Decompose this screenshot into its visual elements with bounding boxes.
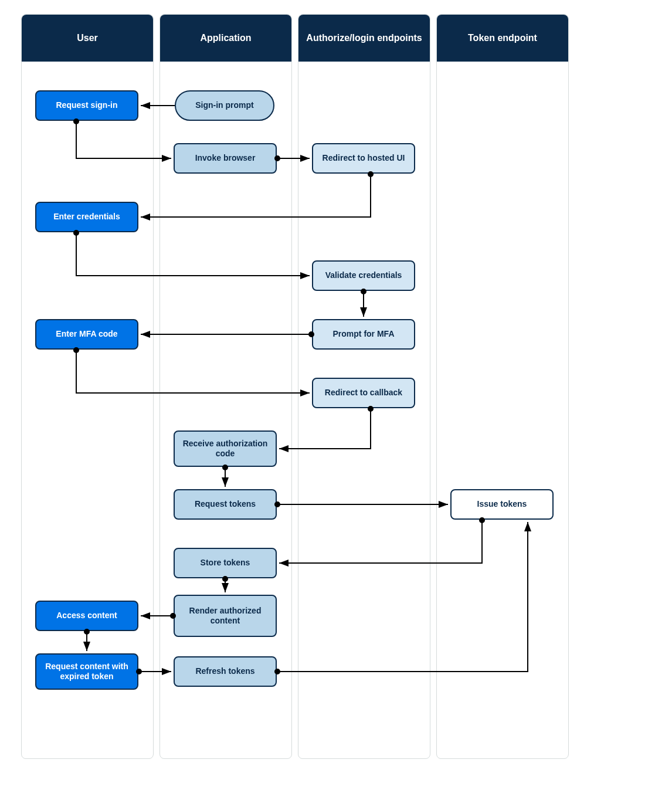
- node-label: Request sign-in: [56, 100, 117, 111]
- node-validate-credentials: Validate credentials: [312, 260, 415, 291]
- lane-header-app: Application: [160, 15, 291, 62]
- node-render-content: Render authorized content: [174, 595, 277, 637]
- flow-diagram: User Application Authorize/login endpoin…: [0, 0, 672, 800]
- lane-title: Authorize/login endpoints: [306, 33, 422, 43]
- lane-title: Token endpoint: [468, 33, 537, 43]
- node-label: Render authorized content: [178, 606, 272, 626]
- node-invoke-browser: Invoke browser: [174, 143, 277, 174]
- node-refresh-tokens: Refresh tokens: [174, 656, 277, 687]
- node-label: Receive authorization code: [178, 439, 272, 459]
- node-prompt-mfa: Prompt for MFA: [312, 319, 415, 350]
- node-receive-authz: Receive authorization code: [174, 430, 277, 467]
- lane-header-auth: Authorize/login endpoints: [298, 15, 430, 62]
- node-access-content: Access content: [35, 601, 138, 631]
- node-label: Issue tokens: [477, 499, 527, 510]
- node-label: Request tokens: [195, 499, 256, 510]
- node-label: Redirect to callback: [325, 388, 402, 398]
- lane-title: Application: [200, 33, 251, 43]
- node-enter-credentials: Enter credentials: [35, 202, 138, 232]
- node-enter-mfa: Enter MFA code: [35, 319, 138, 350]
- node-label: Validate credentials: [325, 270, 402, 281]
- node-issue-tokens: Issue tokens: [450, 489, 554, 520]
- lane-title: User: [77, 33, 98, 43]
- lane-user: User: [21, 14, 154, 759]
- node-label: Invoke browser: [195, 153, 256, 164]
- node-store-tokens: Store tokens: [174, 548, 277, 578]
- lane-header-token: Token endpoint: [437, 15, 568, 62]
- lane-app: Application: [159, 14, 292, 759]
- node-request-signin: Request sign-in: [35, 90, 138, 121]
- node-label: Refresh tokens: [195, 666, 254, 677]
- node-label: Enter MFA code: [56, 329, 117, 340]
- node-label: Sign-in prompt: [195, 100, 254, 111]
- lane-header-user: User: [22, 15, 153, 62]
- node-redirect-hosted: Redirect to hosted UI: [312, 143, 415, 174]
- node-signin-prompt: Sign-in prompt: [175, 90, 274, 121]
- lane-token: Token endpoint: [436, 14, 569, 759]
- node-label: Access content: [56, 611, 117, 621]
- node-label: Request content with expired token: [40, 662, 134, 682]
- node-redirect-callback: Redirect to callback: [312, 378, 415, 408]
- node-label: Redirect to hosted UI: [323, 153, 405, 164]
- node-label: Prompt for MFA: [333, 329, 395, 340]
- node-request-tokens: Request tokens: [174, 489, 277, 520]
- node-label: Enter credentials: [53, 212, 120, 222]
- node-label: Store tokens: [201, 558, 250, 568]
- node-request-expired: Request content with expired token: [35, 653, 138, 690]
